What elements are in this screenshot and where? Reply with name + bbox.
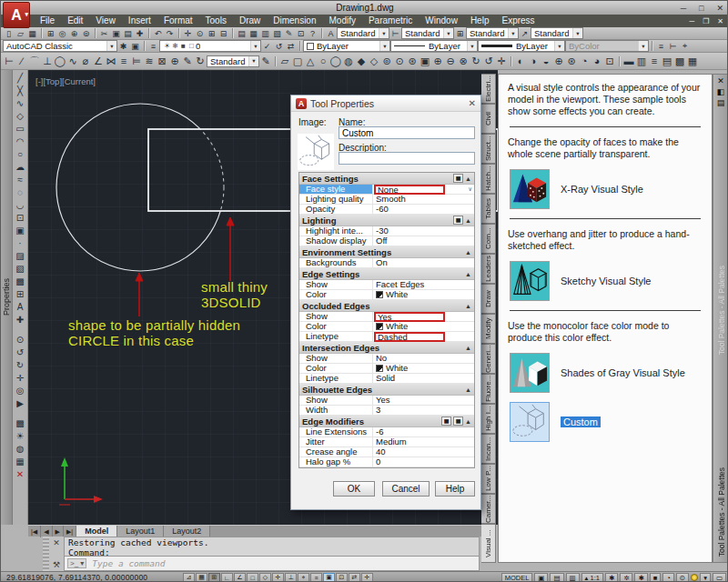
dim-edit-icon[interactable]: ✎ [181,54,194,68]
palette-tab-generi[interactable]: Generi... [481,344,496,374]
window-maximize-button[interactable]: □ [699,4,703,13]
toggle-polar[interactable]: ∠ [234,573,246,582]
property-value[interactable]: Solid [373,374,474,383]
style-dropdown-0[interactable]: Standard▾ [337,27,389,39]
command-window-grip[interactable] [43,537,49,571]
toggle-gizmo[interactable]: ✛ [361,573,373,582]
palette-tab-visual[interactable]: Visual ... [481,524,496,563]
property-row-shadow-display[interactable]: Shadow displayOff [299,236,474,246]
collapse-arrow-icon[interactable]: ▲ [465,271,471,277]
toggle-grid[interactable]: ⊞ [208,573,220,582]
tab-nav-first-icon[interactable]: |◀ [28,526,41,537]
menu-view[interactable]: View [89,15,122,27]
property-value[interactable]: No [373,354,474,363]
toggle-ortho[interactable]: ∟ [221,573,233,582]
xray-visual-style-icon[interactable] [510,169,550,209]
spline-icon[interactable]: ≈ [14,173,27,186]
model-space-button[interactable]: MODEL [501,573,533,582]
locate-point-icon[interactable]: ⌖ [679,41,691,52]
palette-tab-fluore[interactable]: Fluore... [481,374,496,404]
dim-jogged-icon[interactable]: ∿ [66,54,79,68]
vs-sketchy-icon[interactable]: ⊡ [603,54,616,68]
make-block-icon[interactable]: ▣ [14,224,27,236]
render-icon[interactable]: ▩ [673,54,686,68]
section-header-occluded-edges[interactable]: Occluded Edges▲ [299,300,474,312]
menu-format[interactable]: Format [157,15,199,27]
menu-modify[interactable]: Modify [323,15,362,27]
cut-icon[interactable]: ✂ [98,28,110,39]
property-row-backgrounds[interactable]: BackgroundsOn [299,258,474,268]
toggle-otrack[interactable]: ✛ [272,573,284,582]
menu-help[interactable]: Help [464,15,496,27]
wedge-icon[interactable]: △ [304,54,317,68]
box-icon[interactable]: ▢ [291,54,304,68]
name-field[interactable] [339,126,475,139]
workspace-settings-icon[interactable]: ✱ [117,41,129,52]
ucs-world-icon[interactable]: ▥ [635,54,648,68]
dim-angular-icon[interactable]: ∠ [92,54,105,68]
color-dropdown[interactable]: ByLayer▾ [303,40,390,52]
dim-arc-length-icon[interactable]: ⌒ [28,54,41,68]
swivel-icon[interactable]: ↻ [14,358,27,371]
3d-dwf-icon[interactable]: ⊚ [80,28,92,39]
property-value[interactable]: White [373,364,474,373]
cylinder-icon[interactable]: ◍ [342,54,355,68]
materials-icon[interactable]: ▦ [686,54,699,68]
zoom-icon[interactable]: ⊙ [14,333,27,346]
property-row-linetype[interactable]: LinetypeDashed [299,332,474,342]
revision-cloud-icon[interactable]: ☁ [14,160,27,173]
command-customize-icon[interactable]: ⚒ [53,560,60,569]
point-icon[interactable]: · [14,236,27,249]
tab-nav-next-icon[interactable]: ▶ [53,526,64,537]
cancel-button[interactable]: Cancel [382,481,430,497]
workspace-save-icon[interactable]: ▣ [129,41,141,52]
rectangle-icon[interactable]: ▭ [14,122,27,135]
revolve-icon[interactable]: ⊖ [444,54,457,68]
section-toggle-icon[interactable]: ▦ [453,416,463,426]
multileader-style-icon[interactable]: ↗ [519,28,531,39]
description-field[interactable] [339,152,475,165]
property-row-halo-gap-[interactable]: Halo gap %0 [299,457,474,467]
palette-tab-com[interactable]: Com... [481,224,496,254]
paste-icon[interactable]: ▤ [122,28,134,39]
section-plane-icon[interactable]: ▤ [661,54,673,68]
palette-tab-camer[interactable]: Camer... [481,494,496,524]
collapse-arrow-icon[interactable]: ▲ [465,418,471,425]
zoom-realtime-icon[interactable]: ⊙ [194,28,206,39]
dim-update-icon[interactable]: ↻ [194,54,207,68]
sheet-set-manager-icon[interactable]: ▧ [271,28,283,39]
shades-visual-style-icon[interactable] [510,353,550,393]
clean-screen-icon[interactable]: ▭ [713,573,726,582]
property-row-color[interactable]: ColorWhite [299,322,474,332]
dim-linear-icon[interactable]: ⊢ [3,54,15,68]
intersect-icon[interactable]: ✛ [495,54,508,68]
pyramid-icon[interactable]: ◇ [368,54,380,68]
property-value[interactable]: Off [373,236,474,246]
property-value[interactable]: -30 [373,226,474,236]
palette-tab-hatch[interactable]: Hatch... [481,164,496,194]
dim-ordinate-icon[interactable]: ⊥ [41,54,54,68]
plot-style-dropdown[interactable]: ByColor▾ [565,40,649,52]
quick-view-drawings-icon[interactable]: ▥ [566,573,580,582]
match-properties-icon[interactable]: ✚ [134,28,146,39]
sketchy-visual-style-icon[interactable] [510,261,550,301]
render-icon[interactable]: ▩ [14,416,27,429]
pan-icon[interactable]: ✛ [182,28,194,39]
palette-tab-leaders[interactable]: Leaders [481,254,496,284]
construction-line-icon[interactable]: ╳ [14,84,27,96]
annotation-visibility-icon[interactable]: ✱ [605,573,618,582]
collapse-arrow-icon[interactable]: ▲ [465,176,471,182]
sphere-icon[interactable]: ◯ [329,54,342,68]
ellipse-icon[interactable]: ◌ [14,186,27,198]
workspace-switching-icon[interactable]: ✱ [634,573,647,582]
command-input[interactable] [90,557,476,569]
palette-tab-lowp[interactable]: Low P... [481,464,496,494]
properties-palette-collapsed[interactable]: Properties [1,70,13,525]
render-cancel-icon[interactable]: ✕ [14,467,27,480]
tab-layout1[interactable]: Layout1 [117,526,164,537]
gradient-icon[interactable]: ▧ [14,262,27,275]
palette-tab-electri[interactable]: Electri... [481,74,496,104]
palette-tab-tables[interactable]: Tables [481,194,496,224]
layer-states-icon[interactable]: ⇄ [285,41,297,52]
annotation-autoscale-icon[interactable]: ✲ [620,573,632,582]
